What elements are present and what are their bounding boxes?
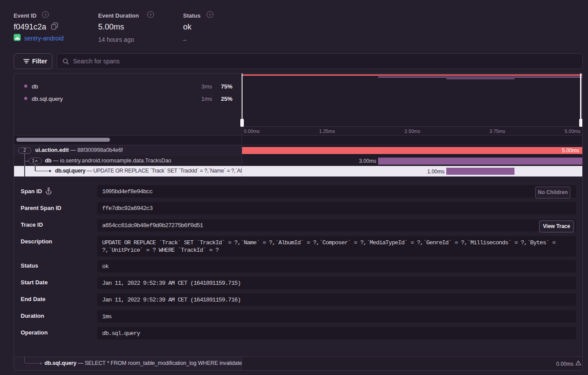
svg-text:?: ? [149,12,152,17]
svg-text:?: ? [44,12,47,17]
svg-text:?: ? [209,12,211,17]
